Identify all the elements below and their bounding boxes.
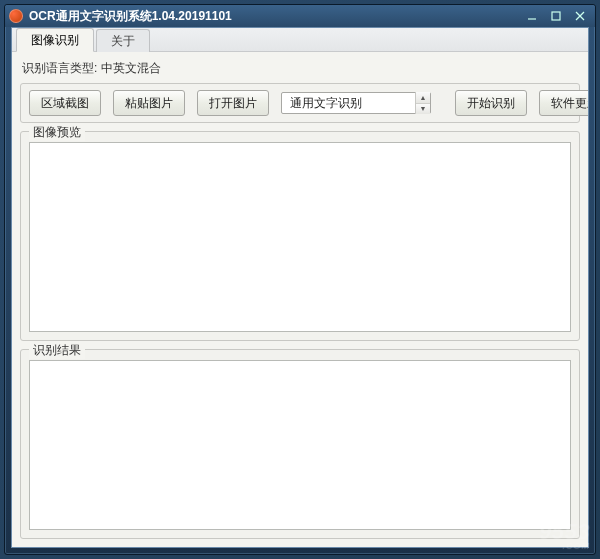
titlebar[interactable]: OCR通用文字识别系统1.04.20191101: [5, 5, 595, 27]
client-area: 图像识别 关于 识别语言类型: 中英文混合 区域截图 粘贴图片 打开图片 通用文…: [11, 27, 589, 548]
result-textarea[interactable]: [29, 360, 571, 530]
close-button[interactable]: [569, 8, 591, 24]
app-window: OCR通用文字识别系统1.04.20191101 图像识别 关于 识别语言类型:…: [4, 4, 596, 555]
result-label: 识别结果: [29, 342, 85, 359]
mode-spinner: ▲ ▼: [415, 92, 430, 114]
start-recognition-button[interactable]: 开始识别: [455, 90, 527, 116]
language-value: 中英文混合: [101, 61, 161, 75]
minimize-button[interactable]: [521, 8, 543, 24]
image-preview-area[interactable]: [29, 142, 571, 332]
paste-image-button[interactable]: 粘贴图片: [113, 90, 185, 116]
watermark: 9553 .COM: [539, 519, 590, 551]
mode-up-button[interactable]: ▲: [416, 92, 430, 104]
tab-image-recognition[interactable]: 图像识别: [16, 28, 94, 52]
image-preview-label: 图像预览: [29, 124, 85, 141]
result-group: 识别结果: [20, 349, 580, 539]
maximize-button[interactable]: [545, 8, 567, 24]
software-update-button[interactable]: 软件更新: [539, 90, 589, 116]
language-row: 识别语言类型: 中英文混合: [20, 56, 580, 83]
recognition-mode-select[interactable]: 通用文字识别 ▲ ▼: [281, 92, 431, 114]
language-label: 识别语言类型:: [22, 61, 97, 75]
app-icon: [9, 9, 23, 23]
tab-content: 识别语言类型: 中英文混合 区域截图 粘贴图片 打开图片 通用文字识别 ▲ ▼ …: [12, 52, 588, 547]
open-image-button[interactable]: 打开图片: [197, 90, 269, 116]
tabstrip: 图像识别 关于: [12, 28, 588, 52]
mode-down-button[interactable]: ▼: [416, 104, 430, 115]
crop-button[interactable]: 区域截图: [29, 90, 101, 116]
tab-about[interactable]: 关于: [96, 29, 150, 52]
image-preview-group: 图像预览: [20, 131, 580, 341]
window-title: OCR通用文字识别系统1.04.20191101: [29, 8, 519, 25]
recognition-mode-value: 通用文字识别: [282, 95, 415, 112]
toolbar: 区域截图 粘贴图片 打开图片 通用文字识别 ▲ ▼ 开始识别 软件更新: [20, 83, 580, 123]
svg-rect-1: [552, 12, 560, 20]
